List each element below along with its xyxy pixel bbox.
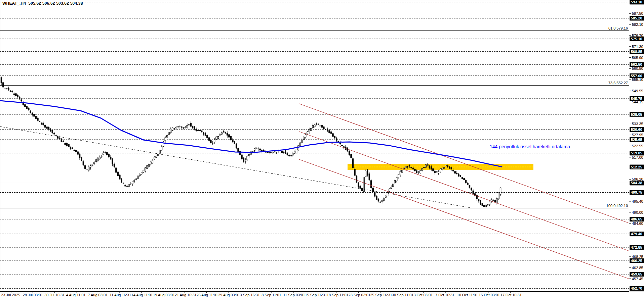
price-axis[interactable]: 587.50582.10576.70571.30565.90560.50555.…	[629, 0, 644, 292]
level-price-label: 593.10	[631, 0, 642, 4]
candle-bullish	[294, 151, 295, 153]
candle-bullish	[307, 132, 308, 134]
candle-bearish	[354, 169, 356, 176]
candle-bearish	[334, 136, 335, 138]
time-tick-label: 7 Aug 03:01	[88, 293, 108, 297]
candle-bearish	[125, 185, 126, 186]
price-tick-label: 490.00	[632, 210, 643, 214]
candle-bearish	[107, 152, 108, 155]
candle-bearish	[449, 167, 450, 168]
candle-bullish	[394, 180, 396, 183]
candle-bearish	[223, 132, 224, 132]
candle-bearish	[190, 123, 192, 127]
candle-bearish	[35, 116, 37, 119]
candle-bearish	[199, 131, 201, 131]
candle-bearish	[259, 149, 261, 150]
candle-bearish	[469, 185, 470, 187]
candle-bearish	[15, 94, 17, 96]
candle-bullish	[489, 202, 490, 205]
candle-bearish	[378, 199, 379, 201]
candle-bearish	[243, 158, 244, 161]
chart-window: 587.50582.10576.70571.30565.90560.50555.…	[0, 0, 644, 298]
candle-bearish	[458, 174, 459, 176]
candle-bearish	[225, 132, 226, 133]
level-price-label: 512.25	[631, 165, 642, 169]
candle-bearish	[48, 128, 49, 130]
candle-bullish	[391, 187, 392, 189]
candle-bearish	[119, 175, 121, 179]
candle-bullish	[247, 156, 248, 160]
candle-bullish	[128, 184, 130, 187]
candle-bearish	[57, 137, 58, 138]
candle-bearish	[63, 141, 64, 141]
candle-bearish	[281, 151, 283, 153]
candle-bullish	[385, 196, 387, 197]
candle-bearish	[83, 162, 84, 165]
channel-line[interactable]	[299, 104, 629, 223]
candle-bearish	[75, 150, 77, 152]
ema-layer	[0, 101, 502, 167]
candle-bullish	[299, 143, 301, 146]
candle-bearish	[52, 130, 53, 133]
candle-bullish	[150, 162, 152, 164]
candle-bullish	[402, 170, 403, 172]
candle-bearish	[374, 193, 375, 196]
candle-bullish	[403, 168, 405, 169]
candle-bearish	[484, 205, 485, 207]
candle-bearish	[65, 143, 66, 145]
candle-bearish	[25, 105, 26, 107]
candle-bearish	[356, 176, 357, 182]
candles[interactable]	[1, 77, 501, 208]
candle-bullish	[381, 200, 383, 202]
candle-bearish	[465, 180, 467, 183]
price-tick-label: 549.55	[632, 89, 643, 93]
level-price-label: 459.65	[631, 272, 642, 276]
candle-bearish	[332, 134, 334, 137]
price-tick-label: 571.30	[632, 45, 643, 49]
candle-bearish	[327, 129, 328, 131]
candle-bearish	[341, 145, 343, 146]
candle-bearish	[411, 167, 412, 167]
candle-bullish	[256, 147, 257, 149]
candle-bullish	[445, 165, 447, 166]
price-tick-label: 527.95	[632, 133, 643, 137]
candle-bearish	[409, 165, 410, 166]
candle-bullish	[183, 128, 184, 129]
candle-bullish	[407, 166, 408, 166]
candle-bullish	[147, 165, 148, 168]
time-tick-label: 7 Oct 16:31	[435, 293, 454, 297]
candle-bearish	[257, 149, 259, 149]
candle-bearish	[26, 106, 28, 108]
price-tick-label: 484.60	[632, 221, 643, 226]
candle-bearish	[323, 127, 325, 129]
candle-bearish	[194, 128, 195, 129]
candle-bullish	[95, 160, 97, 162]
candle-bearish	[261, 150, 263, 151]
candle-bearish	[321, 126, 323, 128]
candle-bearish	[329, 131, 330, 133]
candle-bearish	[473, 191, 474, 193]
level-price-label: 538.05	[631, 112, 642, 116]
candle-bullish	[130, 183, 131, 184]
candle-bullish	[168, 132, 170, 134]
candle-bearish	[112, 159, 113, 164]
fibonacci-labels: 61.8 579.1673,6 552.27100.0 492.10	[606, 26, 628, 208]
candle-bullish	[365, 171, 366, 177]
candle-bearish	[371, 181, 372, 188]
candle-bearish	[208, 138, 210, 140]
candle-bearish	[289, 155, 290, 156]
candle-bearish	[3, 83, 4, 87]
candle-bullish	[311, 128, 312, 131]
candle-bearish	[236, 144, 237, 148]
candle-bearish	[28, 108, 30, 110]
candle-bearish	[110, 157, 111, 159]
time-tick-label: 17 Oct 16:31	[500, 293, 522, 297]
level-price-label: 557.00	[631, 74, 642, 78]
candle-bearish	[17, 95, 18, 97]
candle-bearish	[192, 126, 193, 128]
candle-bearish	[44, 126, 46, 128]
candle-bearish	[114, 164, 115, 166]
channel-line[interactable]	[299, 132, 629, 251]
ema-line[interactable]	[0, 101, 502, 167]
time-axis[interactable]: 23 Jul 202528 Jul 03:0130 Jul 16:314 Aug…	[1, 292, 522, 297]
